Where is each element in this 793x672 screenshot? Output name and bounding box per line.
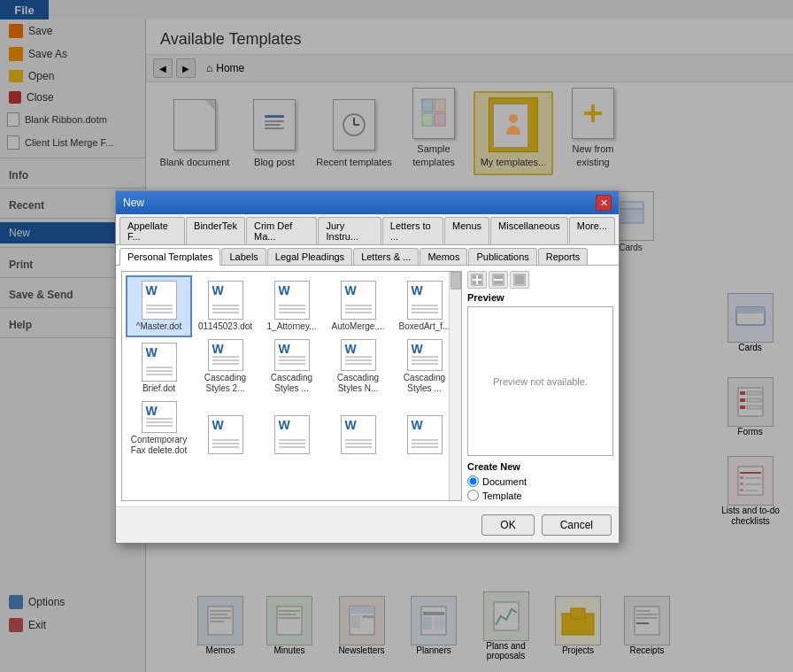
modal-body: ^Master.dot 01145023.dot 1 (116, 266, 619, 506)
tab-letters-to[interactable]: Letters to ... (382, 217, 443, 244)
file-icon-1attorney (274, 281, 310, 320)
file-item-row4-4[interactable] (391, 399, 458, 461)
svg-rect-65 (494, 281, 503, 284)
tab-memos[interactable]: Memos (420, 248, 467, 265)
radio-template-input[interactable] (467, 490, 479, 501)
radio-document-input[interactable] (467, 475, 479, 487)
file-icon-cascading-3 (407, 339, 443, 371)
radio-document[interactable]: Document (467, 475, 613, 487)
preview-btn-2[interactable] (489, 271, 508, 289)
file-item-cascading-3[interactable]: Cascading Styles ... (391, 337, 458, 399)
app-window: File Save Save As Open Close Blank Ribbo… (0, 0, 793, 672)
file-icon-brief (142, 343, 177, 382)
file-grid: ^Master.dot 01145023.dot 1 (122, 272, 461, 465)
file-icon-cascading2 (208, 339, 243, 371)
tab-letters[interactable]: Letters & ... (353, 248, 419, 265)
tab-more[interactable]: More... (569, 217, 615, 244)
svg-rect-59 (473, 275, 476, 279)
file-item-1attorney[interactable]: 1_Attorney... (258, 275, 325, 337)
tab-menus[interactable]: Menus (444, 217, 489, 244)
modal-title: New (123, 197, 144, 209)
file-item-cascading-styles[interactable]: Cascading Styles ... (258, 337, 325, 399)
file-icon-contemporary (142, 401, 177, 433)
preview-panel: Preview Preview not available. Create Ne… (467, 271, 613, 501)
file-item-master[interactable]: ^Master.dot (126, 275, 192, 337)
cancel-button[interactable]: Cancel (542, 514, 612, 536)
preview-not-available: Preview not available. (493, 376, 588, 387)
preview-btn-1[interactable] (467, 271, 487, 289)
tab-labels[interactable]: Labels (221, 248, 266, 265)
tab-reports[interactable]: Reports (538, 248, 589, 265)
file-icon-row4-2 (274, 415, 310, 454)
svg-rect-61 (473, 281, 476, 284)
tabs-row1: Appellate F... BinderTek Crim Def Ma... … (116, 214, 619, 245)
file-item-row4-2[interactable] (258, 399, 325, 461)
svg-rect-64 (494, 275, 503, 279)
tab-publications[interactable]: Publications (468, 248, 536, 265)
file-item-boxedart[interactable]: BoxedArt_f... (391, 275, 458, 337)
file-item-brief[interactable]: Brief.dot (126, 337, 192, 399)
radio-group: Document Template (467, 475, 613, 501)
file-item-row4-3[interactable] (325, 399, 391, 461)
tab-personal[interactable]: Personal Templates (119, 248, 220, 266)
tab-misc[interactable]: Miscellaneous (490, 217, 568, 244)
file-item-contemporary[interactable]: Contemporary Fax delete.dot (126, 399, 192, 461)
file-icon-boxedart (407, 281, 443, 320)
tab-jury[interactable]: Jury Instru... (318, 217, 381, 244)
file-icon-cascading-n (341, 339, 376, 371)
file-item-cascading-n[interactable]: Cascading Styles N... (325, 337, 391, 399)
preview-btn-3[interactable] (510, 271, 529, 289)
file-icon-cascading-styles (274, 339, 310, 371)
file-icon-automerge (341, 281, 376, 320)
file-icon-row4-3 (341, 415, 376, 454)
tab-legal[interactable]: Legal Pleadings (267, 248, 352, 265)
modal-titlebar: New ✕ (116, 191, 619, 214)
file-item-01145023[interactable]: 01145023.dot (192, 275, 258, 337)
tab-appellate[interactable]: Appellate F... (119, 217, 185, 244)
tabs-container: Appellate F... BinderTek Crim Def Ma... … (116, 214, 619, 266)
file-icon-01145023 (208, 281, 243, 320)
file-list[interactable]: ^Master.dot 01145023.dot 1 (121, 271, 462, 501)
tab-bindertek[interactable]: BinderTek (186, 217, 245, 244)
svg-rect-60 (478, 275, 481, 279)
modal-overlay: New ✕ Appellate F... BinderTek Crim Def … (0, 0, 793, 672)
file-icon-row4-4 (407, 415, 443, 454)
file-item-cascading2[interactable]: Cascading Styles 2... (192, 337, 258, 399)
svg-rect-62 (478, 281, 481, 284)
file-icon-row4-1 (208, 415, 243, 454)
file-item-automerge[interactable]: AutoMerge.... (325, 275, 391, 337)
new-dialog: New ✕ Appellate F... BinderTek Crim Def … (115, 190, 620, 544)
scrollbar-thumb[interactable] (450, 272, 461, 290)
create-new-label: Create New (467, 461, 613, 472)
modal-footer: OK Cancel (116, 506, 619, 543)
radio-template[interactable]: Template (467, 490, 613, 501)
create-new-section: Create New Document Template (467, 461, 613, 501)
preview-area: Preview not available. (467, 306, 613, 456)
tabs-row2: Personal Templates Labels Legal Pleading… (116, 245, 619, 266)
modal-close-button[interactable]: ✕ (596, 195, 612, 211)
preview-toolbar (467, 271, 613, 289)
ok-button[interactable]: OK (481, 514, 534, 536)
preview-label: Preview (467, 292, 613, 303)
file-item-row4-1[interactable] (192, 399, 258, 461)
scrollbar[interactable] (449, 272, 461, 500)
svg-rect-67 (515, 275, 524, 284)
file-icon-master (142, 281, 177, 320)
tab-crim-def[interactable]: Crim Def Ma... (246, 217, 318, 244)
svg-point-11 (509, 114, 518, 123)
